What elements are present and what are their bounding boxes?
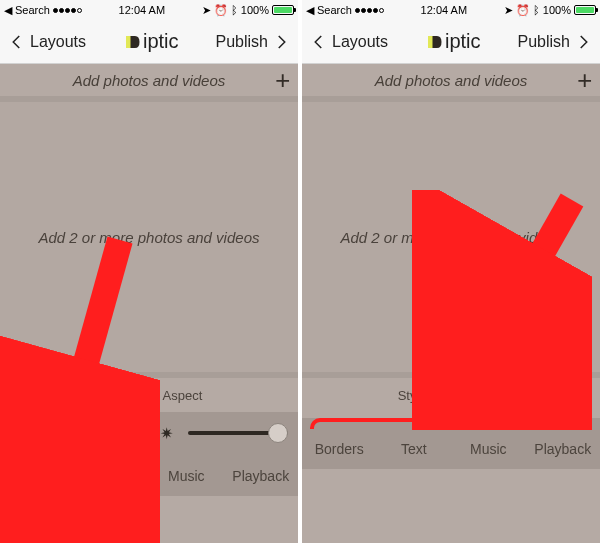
app-brand: iptic [123, 30, 179, 53]
bottom-tabs: Borders Text Music Playback [0, 456, 298, 496]
chevron-right-icon [272, 33, 290, 51]
location-icon: ➤ [202, 4, 211, 17]
battery-icon [574, 5, 596, 15]
border-width-icon [10, 421, 34, 445]
location-icon: ➤ [504, 4, 513, 17]
tab-borders[interactable]: Borders [302, 429, 377, 469]
chevron-left-icon [310, 33, 328, 51]
nav-publish-label: Publish [518, 33, 570, 51]
bluetooth-icon: ᛒ [231, 4, 238, 16]
tab-text[interactable]: Text [75, 456, 150, 496]
back-to-app-label[interactable]: Search [15, 4, 50, 16]
signal-icon [355, 8, 384, 13]
bluetooth-icon: ᛒ [533, 4, 540, 16]
toggle-aspect[interactable]: Aspect [451, 385, 519, 406]
screenshot-right: ◀ Search 12:04 AM ➤ ⏰ ᛒ 100% Layouts ipt… [302, 0, 600, 543]
tab-playback[interactable]: Playback [526, 429, 601, 469]
plus-icon[interactable]: + [275, 65, 290, 96]
add-media-bar[interactable]: Add photos and videos + [0, 64, 298, 96]
toggle-style[interactable]: Style [82, 385, 139, 406]
nav-back-label: Layouts [332, 33, 388, 51]
style-aspect-toggle: Style Aspect [0, 378, 298, 412]
add-media-label: Add photos and videos [73, 72, 226, 89]
app-brand: iptic [425, 30, 481, 53]
tab-playback[interactable]: Playback [224, 456, 299, 496]
toggle-aspect[interactable]: Aspect [149, 385, 217, 406]
style-aspect-toggle: Style Aspect [302, 378, 600, 412]
canvas-placeholder: Add 2 or more photos and videos [39, 229, 260, 246]
back-to-app-icon[interactable]: ◀ [4, 4, 12, 17]
nav-publish-button[interactable]: Publish [216, 33, 290, 51]
nav-back-label: Layouts [30, 33, 86, 51]
toggle-style[interactable]: Style [384, 385, 441, 406]
diptic-logo-icon [425, 33, 443, 51]
alarm-icon: ⏰ [516, 4, 530, 17]
status-bar: ◀ Search 12:04 AM ➤ ⏰ ᛒ 100% [0, 0, 298, 20]
tab-music[interactable]: Music [451, 429, 526, 469]
tab-borders[interactable]: Borders [0, 456, 75, 496]
nav-back-button[interactable]: Layouts [310, 33, 388, 51]
tab-music[interactable]: Music [149, 456, 224, 496]
border-width-slider[interactable] [44, 431, 144, 435]
battery-pct: 100% [241, 4, 269, 16]
chevron-right-icon [574, 33, 592, 51]
add-media-bar[interactable]: Add photos and videos + [302, 64, 600, 96]
battery-pct: 100% [543, 4, 571, 16]
brightness-slider[interactable] [188, 431, 288, 435]
tab-text[interactable]: Text [377, 429, 452, 469]
aspect-controls: 9:16 3:4 1:1 4:3 16:9 1:1 Borders Text M… [302, 418, 600, 469]
status-time: 12:04 AM [119, 4, 165, 16]
nav-publish-label: Publish [216, 33, 268, 51]
nav-bar: Layouts iptic Publish [302, 20, 600, 64]
brightness-icon: ✷ [154, 421, 178, 445]
back-to-app-icon[interactable]: ◀ [306, 4, 314, 17]
nav-bar: Layouts iptic Publish [0, 20, 298, 64]
svg-rect-1 [24, 425, 31, 442]
collage-canvas[interactable]: Add 2 or more photos and videos [302, 102, 600, 372]
plus-icon[interactable]: + [577, 65, 592, 96]
diptic-logo-icon [123, 33, 141, 51]
add-media-label: Add photos and videos [375, 72, 528, 89]
bottom-tabs: Borders Text Music Playback [302, 429, 600, 469]
nav-back-button[interactable]: Layouts [8, 33, 86, 51]
screenshot-left: ◀ Search 12:04 AM ➤ ⏰ ᛒ 100% Layouts ipt… [0, 0, 298, 543]
back-to-app-label[interactable]: Search [317, 4, 352, 16]
signal-icon [53, 8, 82, 13]
canvas-placeholder: Add 2 or more photos and videos [341, 229, 562, 246]
battery-icon [272, 5, 294, 15]
alarm-icon: ⏰ [214, 4, 228, 17]
nav-publish-button[interactable]: Publish [518, 33, 592, 51]
style-controls: ✷ Borders Text Music Playback [0, 412, 298, 496]
status-time: 12:04 AM [421, 4, 467, 16]
chevron-left-icon [8, 33, 26, 51]
collage-canvas[interactable]: Add 2 or more photos and videos [0, 102, 298, 372]
status-bar: ◀ Search 12:04 AM ➤ ⏰ ᛒ 100% [302, 0, 600, 20]
svg-rect-0 [13, 425, 20, 442]
brand-text: iptic [445, 30, 481, 53]
brand-text: iptic [143, 30, 179, 53]
